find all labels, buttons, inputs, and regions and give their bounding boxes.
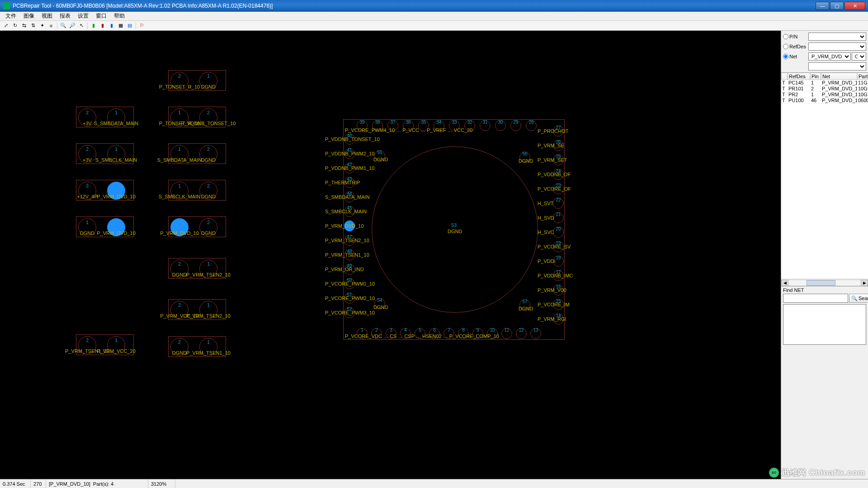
filter-or-select[interactable]: Or [852, 52, 866, 61]
component[interactable]: 2+3V1S_SMBCLK_MAIN [76, 143, 134, 164]
socket-pad-label: P_VRM_TSEN2_10 [325, 238, 369, 243]
status-bar: 0.374 Sec 270 [P_VRM_DVD_10] Part(s): 4 … [0, 479, 868, 488]
component[interactable]: 2+3V1S_SMBDATA_MAIN [76, 107, 134, 127]
status-zoom: 3120% [148, 479, 175, 488]
scroll-right-icon[interactable]: ▶ [861, 280, 868, 286]
pad-label: S_SMBDATA_MAIN [94, 121, 139, 126]
socket-pad[interactable]: 22 [553, 198, 564, 209]
filter-net-select[interactable]: P_VRM_DVD_10 [808, 52, 851, 61]
socket-pad[interactable]: 31 [480, 120, 491, 131]
component[interactable]: 1S_SMBCLK_MAIN2DGND [168, 180, 226, 201]
tool-measure-icon[interactable]: ⚐ [138, 22, 146, 30]
tool-layer1-icon[interactable]: ▮ [90, 22, 98, 30]
component[interactable]: 1S_SMBDATA_MAIN2DGND [168, 143, 226, 164]
socket-pad-label: P_VCORE_IM [538, 302, 570, 307]
pad-label: P_VRM_TSEN2_10 [186, 313, 231, 319]
status-code: 270 [31, 479, 46, 488]
table-row[interactable]: TPC1451P_VRM_DVD_1011G [781, 80, 868, 86]
window-titlebar: PCBRepair Tool - 60MB0FJ0-MB0B06 [Model:… [0, 0, 868, 12]
tool-zoom-in-icon[interactable]: 🔍 [59, 22, 67, 30]
table-hscroll[interactable]: ◀ ▶ [781, 279, 868, 286]
menu-报表[interactable]: 报表 [56, 11, 74, 21]
table-row[interactable]: TPR1012P_VRM_DVD_1010G [781, 86, 868, 92]
tool-layers-icon[interactable]: ▤ [126, 22, 134, 30]
status-parts: Part(s): 4 [93, 481, 113, 487]
pad-label: S_SMBDATA_MAIN [157, 157, 202, 163]
component[interactable]: 1P_TONSET_R_102P_VDDNB_TONSET_10 [168, 107, 226, 127]
filter-net-radio[interactable] [783, 54, 788, 59]
tool-zoom-out-icon[interactable]: 🔎 [68, 22, 76, 30]
tool-pointer-icon[interactable]: ↖ [77, 22, 85, 30]
pcb-canvas[interactable]: 2+3V1S_SMBDATA_MAIN2+3V1S_SMBCLK_MAIN2+1… [0, 31, 781, 479]
menu-文件[interactable]: 文件 [2, 11, 20, 21]
scroll-track[interactable] [788, 280, 861, 286]
socket-pad-label: P_VCORE_PWM3_10 [325, 310, 375, 315]
filter-refdes-select[interactable] [808, 42, 866, 51]
search-button[interactable]: 🔍 Search [849, 294, 868, 303]
component[interactable]: 2DGND1P_VRM_TSEN2_10 [168, 258, 226, 279]
menu-视图[interactable]: 视图 [38, 11, 56, 21]
menu-设置[interactable]: 设置 [74, 11, 92, 21]
socket-pad[interactable]: 30 [495, 120, 506, 131]
socket-pad-label: P_THERMTRIP [325, 180, 360, 185]
minimize-button[interactable]: — [816, 2, 829, 10]
scroll-thumb[interactable] [807, 280, 835, 286]
menu-窗口[interactable]: 窗口 [92, 11, 110, 21]
pad-label: +3V [83, 121, 92, 126]
find-net-input[interactable] [783, 294, 848, 303]
table-row[interactable]: TPR21P_VRM_DVD_1010G [781, 92, 868, 98]
socket-pad-label: P_VRM_RGI [538, 316, 566, 322]
socket-pad-label: P_VDDNB_IMC [538, 273, 573, 278]
socket-pad-label: P_VRM_SET [538, 157, 567, 163]
menu-图像[interactable]: 图像 [20, 11, 38, 21]
maximize-button[interactable]: ▢ [830, 2, 844, 10]
socket-pad[interactable]: 13 [530, 328, 541, 339]
component[interactable]: 2P_VRM_VCC_101P_VRM_TSEN2_10 [168, 299, 226, 320]
pad-label: P_VRM_VCC_20 [97, 348, 136, 354]
socket-pad-label: DGND [519, 306, 533, 311]
tool-align-icon[interactable]: ✦ [38, 22, 46, 30]
pad-label: P_VDDNB_TONSET_10 [181, 121, 236, 126]
table-row[interactable]: TPU10046P_VRM_DVD_100600 [781, 98, 868, 103]
tool-rotate-icon[interactable]: ↻ [11, 22, 19, 30]
component[interactable]: 2P_TONSET_R_101DGND [168, 70, 226, 91]
close-button[interactable]: ✕ [844, 2, 865, 10]
find-net-results[interactable] [783, 304, 866, 345]
component[interactable]: 2+12V_4P1P_VRM_DVD_10 [76, 180, 134, 201]
socket-pad-label: P_VRM_OR_IND [325, 267, 364, 272]
tool-flip-v-icon[interactable]: ⇅ [29, 22, 37, 30]
socket-pad-label: P_VRM_DVD_10 [325, 223, 364, 229]
tool-snap-icon[interactable]: ≡ [47, 22, 55, 30]
scroll-left-icon[interactable]: ◀ [781, 280, 788, 286]
status-net: [P_VRM_DVD_10] [49, 481, 90, 487]
socket-pad-label: P_VDDI [538, 258, 556, 264]
pad-label: DGND [201, 84, 216, 89]
socket-pad[interactable]: 21 [553, 212, 564, 223]
socket-pad[interactable]: 28 [526, 120, 537, 131]
socket-pad[interactable]: 12 [516, 328, 527, 339]
socket-pad-label: DGND [519, 158, 533, 164]
tool-layer3-icon[interactable]: ▮ [108, 22, 116, 30]
socket-pad-label: P_PROCHOT [538, 128, 568, 134]
socket-pad-label: P_VDDNB_TONSET_10 [325, 136, 380, 142]
component[interactable]: 1P_VRM_DVD_102DGND [168, 216, 226, 237]
tool-fit-icon[interactable]: ⤢ [2, 22, 10, 30]
socket-pad-label: P_VCORE_PWM1_10 [325, 281, 375, 286]
tool-layer2-icon[interactable]: ▮ [99, 22, 107, 30]
component[interactable]: 2P_VRM_TSEN1_101P_VRM_VCC_20 [76, 334, 134, 355]
filter-pn-select[interactable] [808, 33, 866, 41]
filter-extra-select[interactable] [808, 62, 866, 70]
socket-pad[interactable]: 29 [510, 120, 521, 131]
filter-refdes-radio[interactable] [783, 44, 788, 49]
component[interactable]: 1DGND2P_VRM_DVD_10 [76, 216, 134, 237]
socket-pad-label: P_VDDNB_PWM1_10 [325, 165, 374, 171]
menu-帮助[interactable]: 帮助 [110, 11, 128, 21]
filter-pn-radio[interactable] [783, 34, 788, 39]
pad-label: +12V_4P [77, 194, 98, 199]
status-time: 0.374 Sec [0, 479, 31, 488]
component[interactable]: 2DGND1P_VRM_TSEN1_10 [168, 336, 226, 357]
socket-pad[interactable]: 20 [553, 227, 564, 238]
tool-grid-icon[interactable]: ▦ [117, 22, 125, 30]
socket-pad[interactable]: 11 [501, 328, 512, 339]
tool-flip-h-icon[interactable]: ⇆ [20, 22, 28, 30]
